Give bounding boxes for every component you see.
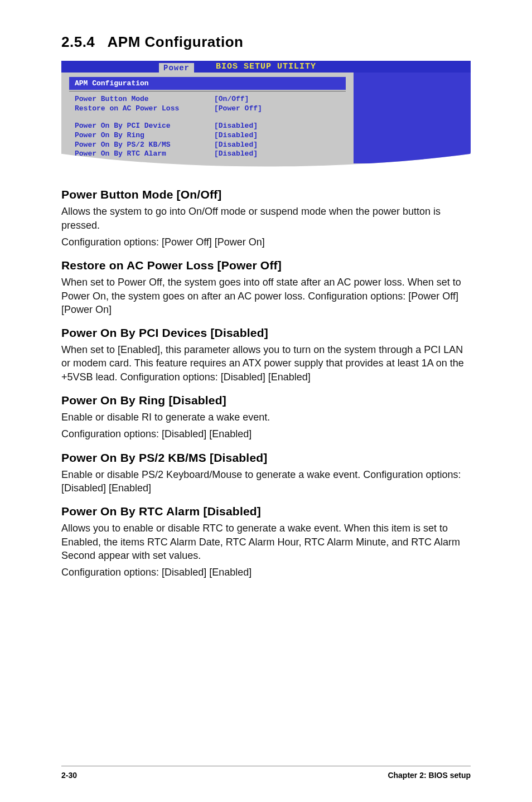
bios-panel-title: APM Configuration [69, 77, 346, 90]
bios-utility-title: BIOS SETUP UTILITY [216, 62, 316, 71]
bios-setting-value: [Disabled] [214, 141, 340, 150]
footer: 2-30 Chapter 2: BIOS setup [61, 766, 471, 780]
bios-divider [69, 91, 346, 91]
section-title: 2.5.4 APM Configuration [61, 33, 471, 51]
paragraph: Enable or disable PS/2 Keyboard/Mouse to… [61, 468, 471, 495]
bios-row: Power Button Mode [On/Off] [69, 95, 346, 104]
paragraph: Enable or disable RI to generate a wake … [61, 410, 471, 424]
bios-row: Restore on AC Power Loss [Power Off] [69, 104, 346, 114]
bios-setting-label: Power On By Ring [75, 131, 214, 141]
bios-setting-value: [Disabled] [214, 149, 340, 159]
bios-row: Power On By PS/2 KB/MS [Disabled] [69, 141, 346, 150]
bios-row: Power On By RTC Alarm [Disabled] [69, 149, 346, 159]
paragraph: Allows you to enable or disable RTC to g… [61, 521, 471, 562]
bios-right-panel [354, 73, 471, 163]
bios-setting-value: [On/Off] [214, 95, 340, 104]
page-number: 2-30 [61, 771, 77, 780]
chapter-label: Chapter 2: BIOS setup [388, 771, 471, 780]
bios-row: Power On By Ring [Disabled] [69, 131, 346, 141]
bios-gap [69, 114, 346, 122]
bios-setting-label: Power On By PCI Device [75, 122, 214, 131]
subheading: Power On By PS/2 KB/MS [Disabled] [61, 451, 471, 465]
bios-setting-label: Power Button Mode [75, 95, 214, 104]
content-area: 2.5.4 APM Configuration BIOS SETUP UTILI… [61, 33, 471, 766]
bios-tab-power: Power [159, 63, 194, 73]
bios-content: APM Configuration Power Button Mode [On/… [61, 73, 471, 171]
subheading: Restore on AC Power Loss [Power Off] [61, 259, 471, 272]
paragraph: When set to [Enabled], this parameter al… [61, 343, 471, 384]
paragraph: Configuration options: [Disabled] [Enabl… [61, 566, 471, 579]
paragraph: Configuration options: [Power Off] [Powe… [61, 235, 471, 249]
bios-left-panel: APM Configuration Power Button Mode [On/… [61, 73, 354, 163]
bios-setting-label: Restore on AC Power Loss [75, 104, 214, 114]
bios-header: BIOS SETUP UTILITY Power [61, 61, 471, 73]
paragraph: When set to Power Off, the system goes i… [61, 276, 471, 316]
paragraph: Allows the system to go into On/Off mode… [61, 205, 471, 232]
bios-setting-value: [Power Off] [214, 104, 340, 114]
bios-setting-value: [Disabled] [214, 122, 340, 131]
bios-setting-label: Power On By PS/2 KB/MS [75, 141, 214, 150]
bios-row: Power On By PCI Device [Disabled] [69, 122, 346, 131]
section-name: APM Configuration [108, 33, 244, 50]
subheading: Power On By Ring [Disabled] [61, 394, 471, 407]
bios-screenshot: BIOS SETUP UTILITY Power APM Configurati… [61, 61, 471, 171]
subheading: Power On By PCI Devices [Disabled] [61, 326, 471, 340]
bios-setting-label: Power On By RTC Alarm [75, 149, 214, 159]
paragraph: Configuration options: [Disabled] [Enabl… [61, 427, 471, 441]
section-number: 2.5.4 [61, 33, 95, 50]
subheading: Power On By RTC Alarm [Disabled] [61, 505, 471, 518]
bios-setting-value: [Disabled] [214, 131, 340, 141]
subheading: Power Button Mode [On/Off] [61, 188, 471, 201]
